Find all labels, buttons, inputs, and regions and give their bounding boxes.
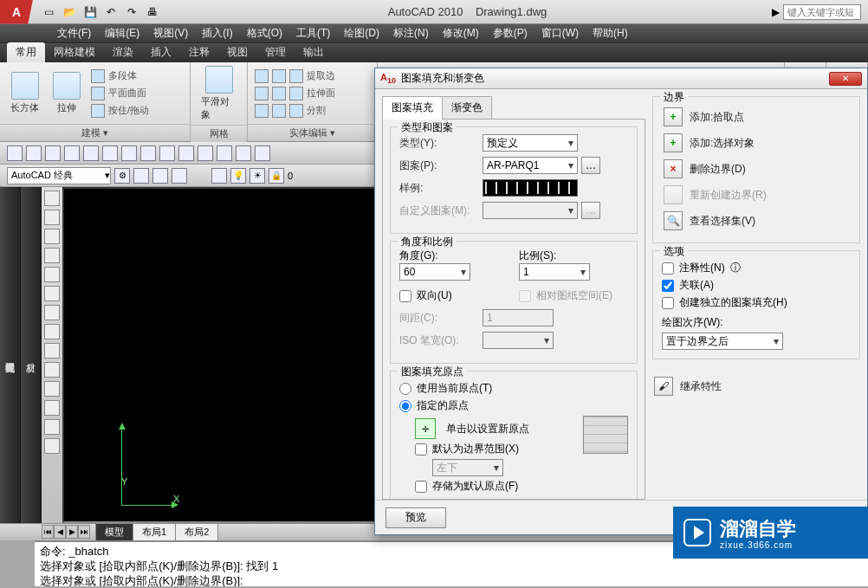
palette-materials[interactable]: 材质 [21, 187, 42, 523]
ribbon-tab-render[interactable]: 渲染 [104, 42, 142, 62]
tb-preview-icon[interactable] [83, 145, 99, 161]
ribbon-tab-output[interactable]: 输出 [295, 42, 333, 62]
tb-ws-1-icon[interactable] [133, 168, 149, 184]
tb-light-icon[interactable]: 💡 [230, 168, 246, 184]
tb-sun-icon[interactable]: ☀ [249, 168, 265, 184]
btn-extrude-face[interactable]: 拉伸面 [253, 86, 337, 101]
tb-new-icon[interactable] [7, 145, 23, 161]
tab-layout2[interactable]: 布局2 [175, 523, 218, 541]
btn-polysolid[interactable]: 多段体 [89, 68, 151, 84]
menu-tools[interactable]: 工具(T) [289, 26, 337, 41]
tb-cut-icon[interactable] [121, 145, 137, 161]
sample-swatch[interactable] [483, 179, 578, 197]
tool-point-icon[interactable] [44, 362, 60, 378]
menu-dim[interactable]: 标注(N) [386, 26, 436, 41]
qat-open-icon[interactable]: 📂 [60, 3, 79, 22]
panel-modeling-title[interactable]: 建模 ▾ [0, 124, 190, 141]
info-icon[interactable]: ⓘ [730, 261, 741, 275]
tb-save-icon[interactable] [45, 145, 61, 161]
btn-add-pick[interactable]: +添加:拾取点 [662, 104, 851, 130]
tab-gradient[interactable]: 渐变色 [442, 96, 492, 120]
pattern-browse-button[interactable]: … [581, 157, 600, 174]
menu-param[interactable]: 参数(P) [486, 26, 534, 41]
tool-region-icon[interactable] [44, 438, 60, 454]
btn-presspull[interactable]: 按住/拖动 [89, 103, 151, 119]
btn-split[interactable]: 分割 [253, 103, 337, 119]
ribbon-tab-home[interactable]: 常用 [7, 42, 45, 62]
tool-text-icon[interactable] [44, 400, 60, 416]
ribbon-tab-annotate[interactable]: 注释 [180, 42, 218, 62]
menu-help[interactable]: 帮助(H) [586, 26, 635, 41]
btn-planesurf[interactable]: 平面曲面 [89, 86, 151, 101]
qat-redo-icon[interactable]: ↷ [122, 3, 141, 22]
chk-double[interactable] [399, 290, 411, 302]
qat-new-icon[interactable]: ▭ [39, 3, 58, 22]
tab-nav-last-icon[interactable]: ⏭ [78, 525, 90, 539]
chk-store-default[interactable] [415, 481, 427, 493]
tab-nav-first-icon[interactable]: ⏮ [42, 525, 54, 539]
tb-lock-icon[interactable]: 🔒 [269, 168, 284, 184]
btn-extract-edge[interactable]: 提取边 [253, 68, 337, 84]
chk-default-extent[interactable] [415, 443, 427, 456]
qat-undo-icon[interactable]: ↶ [101, 3, 120, 22]
tb-ws-2-icon[interactable] [152, 168, 168, 184]
menu-insert[interactable]: 插入(I) [195, 26, 239, 41]
search-input[interactable] [783, 4, 861, 20]
autocad-logo-icon[interactable]: A [0, 0, 33, 24]
workspace-combo[interactable]: AutoCAD 经典▾ [7, 167, 111, 184]
tool-block-icon[interactable] [44, 381, 60, 397]
tab-hatch[interactable]: 图案填充 [382, 96, 443, 120]
tool-table-icon[interactable] [44, 419, 60, 435]
select-angle[interactable]: 60▾ [399, 263, 470, 281]
btn-preview[interactable]: 预览 [385, 507, 446, 528]
qat-print-icon[interactable]: 🖶 [143, 3, 162, 22]
menu-modify[interactable]: 修改(M) [436, 26, 486, 41]
tb-layer-icon[interactable] [211, 168, 227, 184]
dialog-titlebar[interactable]: A10 图案填充和渐变色 ✕ [375, 68, 867, 89]
tb-open-icon[interactable] [26, 145, 42, 161]
tool-rect-icon[interactable] [44, 248, 60, 263]
tb-paste-icon[interactable] [159, 145, 175, 161]
select-type[interactable]: 预定义▾ [483, 134, 578, 152]
palette-visual-styles[interactable]: 视觉样式管理器 [0, 187, 21, 523]
tool-polygon-icon[interactable] [44, 229, 60, 244]
qat-save-icon[interactable]: 💾 [81, 3, 100, 22]
ribbon-tab-manage[interactable]: 管理 [256, 42, 295, 62]
dialog-close-button[interactable]: ✕ [829, 72, 862, 86]
tb-zoom-icon[interactable] [255, 145, 270, 161]
tb-match-icon[interactable] [178, 145, 194, 161]
tb-pan-icon[interactable] [236, 145, 251, 161]
tool-pline-icon[interactable] [44, 210, 60, 225]
select-pattern[interactable]: AR-PARQ1▾ [483, 157, 578, 174]
menu-draw[interactable]: 绘图(D) [337, 26, 386, 41]
select-draw-order[interactable]: 置于边界之后▾ [662, 333, 783, 350]
tb-copy-icon[interactable] [140, 145, 156, 161]
chk-independent[interactable] [662, 297, 674, 309]
ribbon-tab-view[interactable]: 视图 [218, 42, 256, 62]
tb-undo-icon[interactable] [198, 145, 213, 161]
btn-smooth[interactable]: 平滑对象 [196, 64, 242, 123]
btn-add-select[interactable]: +添加:选择对象 [662, 130, 851, 156]
select-scale[interactable]: 1▾ [519, 263, 590, 281]
tab-model[interactable]: 模型 [95, 523, 133, 541]
panel-solidedit-title[interactable]: 实体编辑 ▾ [248, 124, 377, 141]
menu-view[interactable]: 视图(V) [146, 26, 195, 41]
btn-inherit[interactable]: 🖌继承特性 [652, 373, 860, 399]
tab-nav-prev-icon[interactable]: ◀ [54, 525, 66, 539]
tb-print-icon[interactable] [64, 145, 80, 161]
tool-circle-icon[interactable] [44, 286, 60, 301]
tool-arc-icon[interactable] [44, 267, 60, 282]
tool-ellipse-icon[interactable] [44, 324, 60, 339]
search-play-icon[interactable]: ▶ [772, 6, 780, 18]
tab-nav-next-icon[interactable]: ▶ [66, 525, 78, 539]
ribbon-tab-mesh[interactable]: 网格建模 [45, 42, 104, 62]
chk-associative[interactable] [662, 280, 674, 292]
tb-ws-3-icon[interactable] [172, 168, 187, 184]
btn-box[interactable]: 长方体 [5, 70, 44, 116]
tool-line-icon[interactable] [44, 191, 60, 206]
tb-redo-icon[interactable] [217, 145, 232, 161]
panel-mesh-title[interactable]: 网格 [191, 125, 247, 142]
radio-specified-origin[interactable] [399, 400, 411, 412]
menu-format[interactable]: 格式(O) [240, 26, 289, 41]
menu-window[interactable]: 窗口(W) [534, 26, 586, 41]
